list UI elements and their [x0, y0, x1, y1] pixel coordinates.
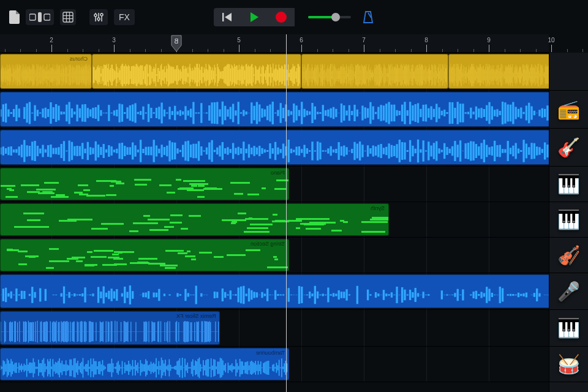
instrument-cell[interactable]: 🎻 — [549, 238, 588, 273]
fx-button[interactable]: FX — [114, 9, 135, 25]
instrument-icon: 🎸 — [557, 137, 580, 158]
toolbar-left-group: FX — [9, 9, 135, 25]
svg-point-11 — [97, 18, 100, 20]
instrument-icon: 🥁 — [557, 353, 580, 375]
track-row[interactable]: Piano — [0, 167, 549, 202]
svg-rect-3 — [63, 12, 73, 22]
track-row[interactable]: ChorusVerse 1 — [0, 53, 549, 91]
region[interactable]: Synth — [0, 203, 389, 236]
arrangement-marker[interactable]: B — [169, 34, 184, 55]
metronome-icon[interactable] — [362, 10, 374, 24]
bar-number: 9 — [487, 37, 491, 43]
instrument-rail: 📻🎸🎹🎹🎻🎤🎹🥁 — [549, 53, 588, 392]
svg-rect-2 — [44, 14, 50, 20]
svg-rect-0 — [29, 14, 36, 20]
instrument-cell[interactable] — [549, 53, 588, 91]
toolbar: FX — [0, 0, 588, 34]
instrument-cell[interactable]: 📻 — [549, 91, 588, 129]
svg-point-9 — [94, 14, 97, 17]
track-row[interactable]: String Section — [0, 238, 549, 273]
region[interactable]: My Vocal — [0, 274, 549, 308]
region[interactable]: Bass — [0, 130, 549, 165]
instrument-cell[interactable]: 🥁 — [549, 347, 588, 382]
region[interactable] — [92, 54, 301, 89]
record-icon — [276, 12, 287, 23]
region[interactable]: Tambourine — [0, 348, 289, 380]
volume-slider[interactable] — [308, 16, 351, 18]
svg-rect-14 — [222, 13, 224, 21]
region-label: Remix Slicer FX — [176, 313, 216, 319]
region-label: Chorus — [70, 56, 88, 62]
bar-number: 10 — [548, 37, 554, 43]
svg-point-13 — [100, 13, 103, 16]
bar-number: 3 — [112, 37, 116, 43]
bar-number: 6 — [300, 37, 303, 43]
track-controls-icon[interactable] — [89, 9, 108, 25]
instrument-cell[interactable]: 🎹 — [549, 202, 588, 238]
bar-number: 2 — [50, 37, 53, 43]
instrument-icon: 🎹 — [557, 173, 580, 195]
track-row[interactable]: My Guitar — [0, 91, 549, 129]
track-row[interactable]: Remix Slicer FX — [0, 310, 549, 347]
tracks-view-icon[interactable] — [60, 9, 76, 25]
region[interactable]: Chorus — [0, 54, 92, 89]
instrument-cell[interactable]: 🎤 — [549, 273, 588, 310]
instrument-icon: 🎹 — [557, 317, 580, 339]
go-to-start-button[interactable] — [214, 8, 241, 26]
region[interactable]: My Guitar — [0, 92, 549, 127]
region-label: Tambourine — [256, 350, 285, 356]
region[interactable]: String Section — [0, 239, 289, 271]
region-label: String Section — [251, 241, 285, 247]
my-songs-icon[interactable] — [9, 10, 20, 24]
region-label: Piano — [271, 170, 285, 176]
instrument-icon: 🎤 — [557, 281, 580, 302]
svg-text:B: B — [174, 38, 178, 45]
region[interactable] — [301, 54, 448, 89]
tracks-area[interactable]: ChorusVerse 1My GuitarBassPianoSynthStri… — [0, 53, 549, 392]
timeline-ruler[interactable]: 12345678910B — [0, 34, 549, 53]
browser-toggle[interactable] — [26, 9, 54, 25]
track-row[interactable]: Tambourine — [0, 347, 549, 382]
region[interactable]: Remix Slicer FX — [0, 311, 220, 345]
track-row[interactable]: Bass — [0, 129, 549, 167]
play-button[interactable] — [241, 8, 268, 26]
record-button[interactable] — [268, 8, 295, 26]
bar-number: 5 — [237, 37, 241, 43]
track-row[interactable]: My Vocal — [0, 273, 549, 310]
instrument-cell[interactable]: 🎹 — [549, 310, 588, 347]
instrument-icon: 📻 — [557, 99, 580, 120]
svg-rect-1 — [38, 12, 42, 22]
instrument-cell[interactable]: 🎹 — [549, 167, 588, 202]
region[interactable]: Verse 1 — [448, 54, 549, 89]
instrument-cell[interactable]: 🎸 — [549, 129, 588, 167]
region[interactable]: Piano — [0, 168, 289, 200]
region-label: Synth — [371, 205, 385, 211]
track-row[interactable]: Synth — [0, 202, 549, 238]
transport-controls — [214, 8, 374, 26]
bar-number: 8 — [424, 37, 428, 43]
instrument-icon: 🎹 — [557, 209, 580, 230]
bar-number: 7 — [362, 37, 366, 43]
instrument-icon: 🎻 — [557, 244, 580, 266]
